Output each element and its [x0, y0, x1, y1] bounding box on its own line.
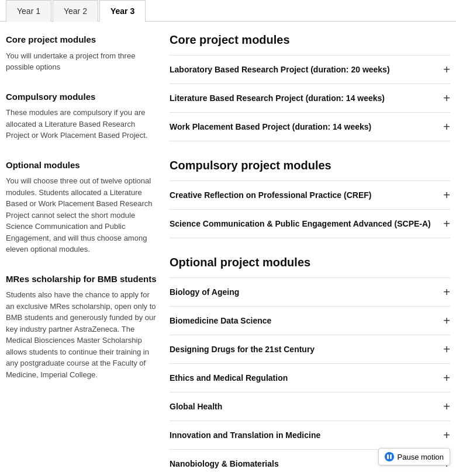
module-label: Biology of Ageing: [170, 287, 443, 297]
module-item[interactable]: Biomedicine Data Science +: [170, 306, 450, 335]
pause-motion-label: Pause motion: [398, 453, 444, 461]
compulsory-project-list: Creative Reflection on Professional Prac…: [170, 180, 450, 238]
pause-bars: [387, 454, 392, 459]
module-item[interactable]: Science Communication & Public Engagemen…: [170, 209, 450, 238]
sidebar-core-heading: Core project modules: [6, 33, 158, 47]
expand-icon: +: [443, 121, 450, 133]
tab-year3[interactable]: Year 3: [99, 0, 146, 22]
pause-bar-right: [390, 454, 392, 459]
expand-icon: +: [443, 64, 450, 75]
main-layout: Core project modules You will undertake …: [0, 22, 456, 476]
module-item[interactable]: Ethics and Medical Regulation +: [170, 363, 450, 392]
module-label: Ethics and Medical Regulation: [170, 373, 443, 383]
sidebar-scholarship-heading: MRes scholarship for BMB students: [6, 273, 158, 286]
expand-icon: +: [443, 218, 450, 230]
module-item[interactable]: Global Health +: [170, 392, 450, 421]
module-item[interactable]: Creative Reflection on Professional Prac…: [170, 180, 450, 209]
pause-icon: [385, 452, 394, 461]
expand-icon: +: [443, 401, 450, 412]
expand-icon: +: [443, 429, 450, 441]
tab-year2[interactable]: Year 2: [53, 0, 98, 22]
module-label: Science Communication & Public Engagemen…: [170, 219, 443, 228]
sidebar-optional-text: You will choose three out of twelve opti…: [6, 175, 158, 255]
core-project-heading: Core project modules: [170, 33, 450, 47]
module-item[interactable]: Work Placement Based Project (duration: …: [170, 112, 450, 141]
content-area: Core project modules Laboratory Based Re…: [170, 33, 450, 476]
compulsory-project-section: Compulsory project modules Creative Refl…: [170, 159, 450, 238]
module-item[interactable]: Innovation and Translation in Medicine +: [170, 421, 450, 449]
sidebar-optional-section: Optional modules You will choose three o…: [6, 159, 158, 255]
core-project-list: Laboratory Based Research Project (durat…: [170, 55, 450, 141]
year-tabs: Year 1 Year 2 Year 3: [0, 0, 456, 22]
module-item[interactable]: Designing Drugs for the 21st Century +: [170, 335, 450, 363]
expand-icon: +: [443, 92, 450, 104]
module-label: Global Health: [170, 402, 443, 411]
module-label: Literature Based Research Project (durat…: [170, 93, 443, 103]
sidebar-scholarship-section: MRes scholarship for BMB students Studen…: [6, 273, 158, 381]
module-item[interactable]: Literature Based Research Project (durat…: [170, 84, 450, 112]
module-item[interactable]: Laboratory Based Research Project (durat…: [170, 55, 450, 84]
optional-project-list: Biology of Ageing + Biomedicine Data Sci…: [170, 277, 450, 476]
expand-icon: +: [443, 372, 450, 384]
sidebar-core-text: You will undertake a project from three …: [6, 50, 158, 73]
expand-icon: +: [443, 286, 450, 298]
sidebar-scholarship-text: Students also have the chance to apply f…: [6, 289, 158, 380]
sidebar-compulsory-text: These modules are compulsory if you are …: [6, 107, 158, 141]
sidebar-optional-heading: Optional modules: [6, 159, 158, 172]
tab-year1[interactable]: Year 1: [6, 0, 51, 22]
expand-icon: +: [443, 189, 450, 201]
expand-icon: +: [443, 343, 450, 355]
sidebar-compulsory-section: Compulsory modules These modules are com…: [6, 91, 158, 141]
pause-motion-button[interactable]: Pause motion: [378, 448, 451, 465]
module-label: Innovation and Translation in Medicine: [170, 430, 443, 440]
optional-project-heading: Optional project modules: [170, 256, 450, 269]
pause-bar-left: [387, 454, 389, 459]
compulsory-project-heading: Compulsory project modules: [170, 159, 450, 172]
module-label: Laboratory Based Research Project (durat…: [170, 65, 443, 74]
sidebar: Core project modules You will undertake …: [6, 33, 158, 476]
optional-project-section: Optional project modules Biology of Agei…: [170, 256, 450, 476]
sidebar-core-section: Core project modules You will undertake …: [6, 33, 158, 73]
module-label: Work Placement Based Project (duration: …: [170, 122, 443, 131]
module-label: Creative Reflection on Professional Prac…: [170, 190, 443, 200]
module-item[interactable]: Biology of Ageing +: [170, 277, 450, 306]
core-project-section: Core project modules Laboratory Based Re…: [170, 33, 450, 141]
module-label: Designing Drugs for the 21st Century: [170, 345, 443, 354]
module-label: Biomedicine Data Science: [170, 316, 443, 325]
sidebar-compulsory-heading: Compulsory modules: [6, 91, 158, 104]
expand-icon: +: [443, 315, 450, 326]
